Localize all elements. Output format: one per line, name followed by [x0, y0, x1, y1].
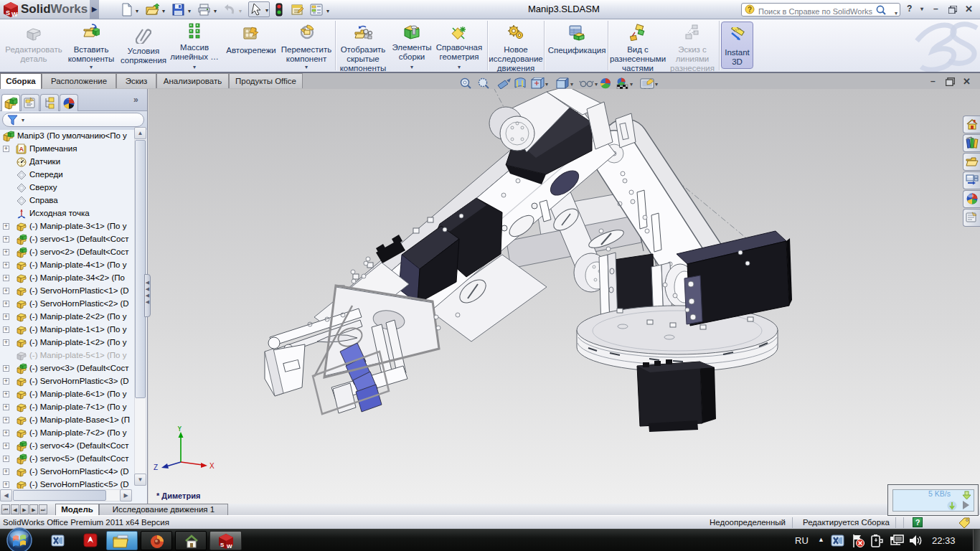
svg-text:W: W	[227, 543, 232, 550]
svg-text:S: S	[6, 9, 10, 17]
svg-text:W: W	[11, 11, 18, 18]
svg-text:▾: ▾	[655, 81, 658, 88]
svg-text:S: S	[220, 542, 225, 548]
svg-text:▾: ▾	[595, 81, 598, 88]
svg-text:?: ?	[748, 6, 752, 14]
svg-text:▾: ▾	[545, 81, 548, 88]
svg-text:Y: Y	[177, 426, 182, 433]
svg-text:Z: Z	[154, 463, 158, 471]
svg-text:▾: ▾	[630, 81, 633, 88]
svg-text:X: X	[209, 462, 215, 470]
svg-text:▾: ▾	[570, 81, 573, 88]
